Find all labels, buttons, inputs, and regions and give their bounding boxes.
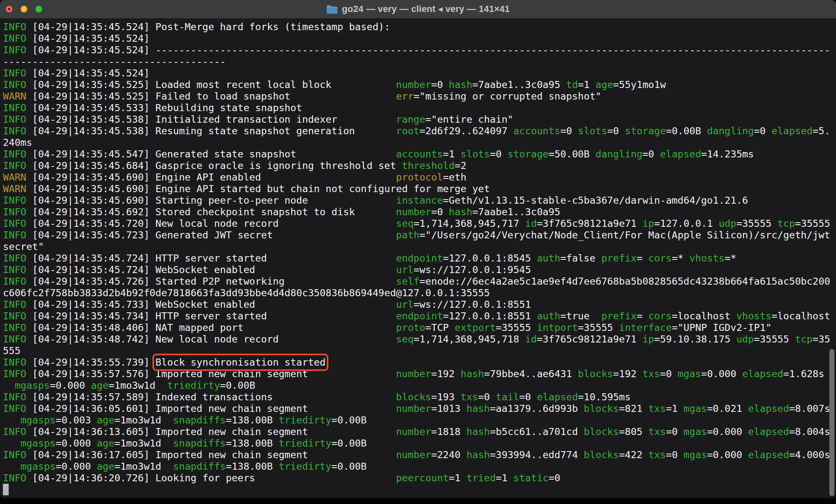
log-row: -------------------------------------- [3,56,836,67]
log-segment: elapsed [748,403,789,414]
log-segment: =1 [666,403,684,414]
log-segment: cors [648,310,672,322]
log-segment: [04-29|14:35:45.733] WebSocket enabled [32,299,396,310]
log-segment: =0.00B [220,380,255,391]
log-segment: tcp [795,333,813,345]
log-row: INFO [04-29|14:35:57.576] Imported new c… [3,368,836,380]
log-segment: dangling [707,125,754,137]
log-segment: =0 [754,125,772,137]
log-segment: [04-29|14:35:45.726] Started P2P network… [32,276,396,287]
log-segment: endpoint [396,310,443,322]
log-segment: age [97,437,114,449]
title-bar[interactable]: go24 — very — client ◂ very — 141×41 [0,0,836,19]
log-segment: storage [625,125,666,137]
log-row: INFO [04-29|14:35:45.684] Gasprice oracl… [3,160,836,171]
log-segment: =eth [443,171,466,183]
log-segment: [04-29|14:36:20.726] Looking for peers [32,472,396,484]
log-segment: c606fc2f758bb3833d2b4b92f0de7818663fa3dd… [3,287,490,299]
close-button[interactable] [6,6,12,12]
log-segment: INFO [3,160,32,171]
log-row: INFO [04-29|14:35:45.734] HTTP server st… [3,310,836,322]
log-segment: triedirty [279,414,332,426]
log-row: INFO [04-29|14:35:45.524] --------------… [3,44,836,56]
log-segment: txs [461,391,478,403]
log-segment: INFO [3,357,32,368]
log-segment: hash [449,206,473,218]
log-segment: =0 [660,368,678,380]
minimize-button[interactable] [21,6,27,12]
log-segment: =1 [578,79,596,90]
zoom-button[interactable] [36,6,42,12]
log-segment: =1,714,368,945,718 [413,333,525,345]
log-segment: blocks [578,368,613,380]
log-segment: =enode://6ec4a2ae5c1ae9ef4d7ee6768ba5b08… [420,276,830,287]
log-segment: =0 [549,472,560,484]
log-segment: =127.0.0.1:8551 [443,310,537,322]
log-segment: =0.00B [666,125,707,137]
log-segment: [04-29|14:35:48.742] New local node reco… [32,333,396,345]
log-segment: INFO [3,79,32,90]
log-segment: =3f765c98121a9e71 [537,333,643,345]
log-segment: blocks [584,426,619,437]
log-segment: =8.004s [789,426,830,437]
log-segment: elapsed [742,368,783,380]
log-segment: [04-29|14:35:57.576] Imported new chain … [32,368,396,380]
log-row: INFO [04-29|14:35:55.739] Block synchron… [3,357,836,368]
highlight-annotation: Block synchronisation started [155,357,325,368]
log-segment: =193 [431,391,461,403]
log-segment: seq [396,333,414,345]
log-segment: [04-29|14:36:17.605] Imported new chain … [32,449,396,461]
log-segment: [04-29|14:35:45.525] Failed to load snap… [32,90,396,102]
log-segment: hash [461,368,484,380]
terminal-screen[interactable]: INFO [04-29|14:35:45.524] Post-Merge har… [0,18,836,498]
log-segment: INFO [3,333,32,345]
log-segment: age [596,79,613,90]
log-segment: =2 [455,160,466,171]
log-segment: INFO [3,264,32,276]
log-segment: secret" [3,241,44,252]
log-segment: snapdiffs [173,461,226,472]
log-segment: INFO [3,472,32,484]
log-segment: endpoint [396,252,443,264]
log-segment: WARN [3,183,32,195]
log-segment: ="/Users/go24/Verychat/Node_Client/For M… [420,229,830,241]
log-segment: =1.628s [783,368,824,380]
log-segment: =1,714,368,945,717 [413,218,525,229]
window-title: go24 — very — client ◂ very — 141×41 [342,4,510,14]
log-segment: =1mo3w1d [114,461,173,472]
log-segment: protocol [396,171,443,183]
log-segment: accounts [396,148,443,160]
log-segment: number [396,79,431,90]
log-segment: hash [466,426,490,437]
log-row: mgasps=0.003 age=1mo3w1d snapdiffs=138.0… [3,414,836,426]
log-segment: [04-29|14:35:48.406] NAT mapped port [32,322,396,333]
log-segment: id [525,218,537,229]
log-row: INFO [04-29|14:35:45.690] Starting peer-… [3,195,836,206]
log-segment: INFO [3,33,32,44]
log-segment: =localhost [672,310,736,322]
log-row: INFO [04-29|14:35:45.692] Stored checkpo… [3,206,836,218]
log-row: INFO [04-29|14:35:57.589] Indexed transa… [3,391,836,403]
log-segment: =ws://127.0.0.1:8551 [413,299,531,310]
log-segment: INFO [3,44,32,56]
log-segment: mgas [684,449,707,461]
log-segment: =1013 [431,403,466,414]
log-segment: =0.00B [332,414,367,426]
log-segment: number [396,368,431,380]
log-segment: mgasps [14,380,50,391]
log-row: INFO [04-29|14:36:05.601] Imported new c… [3,403,836,414]
log-segment: [04-29|14:35:45.723] Generated JWT secre… [32,229,396,241]
log-segment: =Geth/v1.13.15-stable-c5ba367e/darwin-am… [443,195,748,206]
terminal-window: go24 — very — client ◂ very — 141×41 INF… [0,0,836,498]
log-segment: elapsed [748,449,789,461]
scrollbar-thumb[interactable] [829,349,834,496]
log-segment: ip [642,333,654,345]
log-segment: =59.10.38.175 [654,333,736,345]
log-segment: =0.000 [707,449,748,461]
log-segment: = [636,252,648,264]
log-segment: slots [578,125,607,137]
log-segment: =35555 [795,218,830,229]
log-segment: tail [496,391,519,403]
log-segment: INFO [3,67,32,79]
log-segment: =10.595ms [578,391,631,403]
